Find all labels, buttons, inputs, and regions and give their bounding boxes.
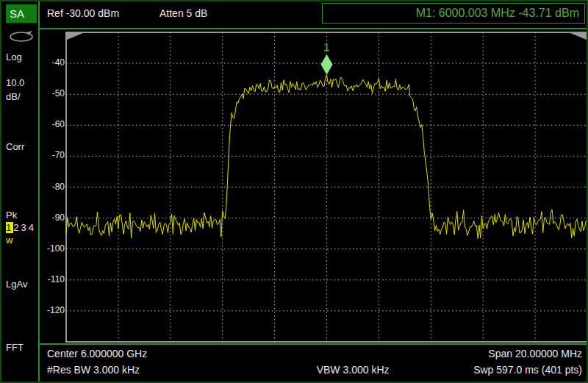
marker-1-diamond: 1 — [321, 40, 333, 75]
marker-1-number-label: 1 — [323, 40, 329, 53]
y-axis-tick-label: -70 — [40, 150, 65, 160]
center-frequency-readout[interactable]: Center 6.000000 GHz — [47, 348, 488, 359]
y-axis-tick-label: -120 — [40, 305, 65, 315]
spectrum-plot-area: 1 -40-50-60-70-80-90-100-110-120 — [1, 1, 588, 383]
spectrum-analyzer-screen: SA Log 10.0 dB/ Corr Pk 1234 w LgAv FFT … — [0, 0, 588, 383]
y-axis-tick-label: -60 — [40, 119, 65, 129]
sweep-time-readout[interactable]: Swp 597.0 ms (401 pts) — [473, 364, 582, 376]
y-axis-tick-label: -100 — [40, 243, 65, 254]
span-readout[interactable]: Span 20.00000 MHz — [488, 348, 582, 359]
y-axis-tick-label: -40 — [40, 57, 65, 68]
y-axis-tick-label: -90 — [40, 212, 65, 223]
y-axis-tick-label: -80 — [40, 182, 65, 192]
bottom-annotation-bar: Center 6.000000 GHz Span 20.00000 MHz #R… — [40, 345, 587, 383]
y-axis-tick-label: -50 — [40, 88, 65, 99]
screen-corner-fold-left-icon — [67, 33, 83, 40]
spectrum-trace-canvas: 1 — [1, 1, 588, 383]
screen-corner-fold-right-icon — [570, 33, 587, 40]
video-bw-readout[interactable]: VBW 3.000 kHz — [224, 364, 473, 376]
res-bw-readout[interactable]: #Res BW 3.000 kHz — [47, 364, 224, 376]
y-axis-tick-label: -110 — [40, 274, 65, 284]
